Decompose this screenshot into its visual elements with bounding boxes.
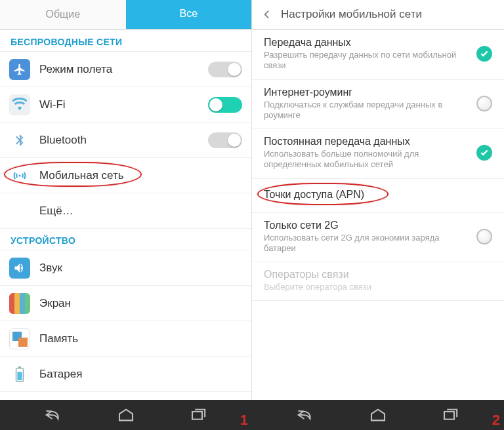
row-power[interactable]: Диспетчер питания bbox=[0, 392, 251, 400]
row-label: Батарея bbox=[39, 368, 242, 381]
tab-general[interactable]: Общие bbox=[0, 0, 126, 29]
item-label: Интернет-роуминг bbox=[264, 87, 470, 98]
nav-home[interactable] bbox=[106, 400, 146, 430]
navbars: 1 2 bbox=[0, 400, 504, 430]
toggle-wifi[interactable] bbox=[208, 97, 242, 113]
item-label: Передача данных bbox=[264, 37, 470, 49]
row-bluetooth[interactable]: Bluetooth bbox=[0, 123, 251, 158]
row-label: Мобильная сеть bbox=[39, 169, 242, 182]
row-label: Режим полета bbox=[39, 63, 208, 76]
nav-recent[interactable] bbox=[431, 400, 471, 430]
airplane-icon bbox=[9, 59, 30, 80]
nav-back[interactable] bbox=[33, 400, 73, 430]
item-label: Операторы связи bbox=[264, 269, 486, 281]
navbar-2: 2 bbox=[252, 400, 504, 430]
item-label: Только сети 2G bbox=[264, 220, 470, 231]
row-label: Экран bbox=[39, 297, 242, 310]
row-cellular[interactable]: Мобильная сеть bbox=[0, 158, 251, 193]
row-label: Память bbox=[39, 332, 242, 345]
item-desc: Разрешить передачу данных по сети мобиль… bbox=[264, 50, 470, 71]
tab-all[interactable]: Все bbox=[126, 0, 252, 29]
row-always-on[interactable]: Постоянная передача данных Использовать … bbox=[252, 129, 504, 179]
page-title: Настройки мобильной сети bbox=[281, 8, 422, 21]
storage-icon bbox=[9, 328, 30, 349]
display-icon bbox=[9, 293, 30, 314]
section-device: УСТРОЙСТВО bbox=[0, 229, 251, 250]
toggle-airplane[interactable] bbox=[208, 62, 242, 77]
item-label: Точки доступа (APN) bbox=[264, 189, 486, 201]
section-wireless: БЕСПРОВОДНЫЕ СЕТИ bbox=[0, 30, 251, 52]
nav-home[interactable] bbox=[358, 400, 398, 430]
item-desc: Использовать сети 2G для экономии заряда… bbox=[264, 233, 470, 254]
wifi-icon bbox=[9, 94, 30, 115]
item-desc: Использовать больше полномочий для опред… bbox=[264, 149, 470, 170]
row-label: Bluetooth bbox=[39, 134, 208, 147]
tabs: Общие Все bbox=[0, 0, 251, 30]
item-desc: Выберите оператора связи bbox=[264, 282, 486, 292]
checkbox-data[interactable] bbox=[476, 46, 492, 62]
svg-rect-2 bbox=[18, 366, 21, 368]
svg-rect-3 bbox=[17, 372, 22, 380]
row-roaming[interactable]: Интернет-роуминг Подключаться к службам … bbox=[252, 80, 504, 130]
cellular-icon bbox=[9, 165, 30, 186]
row-apn[interactable]: Точки доступа (APN) bbox=[252, 179, 504, 213]
row-wifi[interactable]: Wi-Fi bbox=[0, 87, 251, 123]
navbar-1: 1 bbox=[0, 400, 252, 430]
item-desc: Подключаться к службам передачи данных в… bbox=[264, 100, 470, 121]
svg-rect-7 bbox=[444, 412, 454, 420]
row-label: Звук bbox=[39, 262, 242, 275]
settings-screen: Общие Все БЕСПРОВОДНЫЕ СЕТИ Режим полета… bbox=[0, 0, 252, 400]
row-label: Ещё… bbox=[39, 205, 242, 218]
nav-recent[interactable] bbox=[179, 400, 219, 430]
toggle-bluetooth[interactable] bbox=[208, 132, 242, 148]
svg-rect-6 bbox=[192, 412, 202, 420]
svg-point-0 bbox=[18, 174, 20, 176]
row-airplane[interactable]: Режим полета bbox=[0, 52, 251, 87]
row-storage[interactable]: Память bbox=[0, 321, 251, 357]
checkbox-only-2g[interactable] bbox=[476, 229, 492, 244]
checkbox-roaming[interactable] bbox=[476, 96, 492, 111]
row-sound[interactable]: Звук bbox=[0, 250, 251, 286]
row-label: Wi-Fi bbox=[39, 98, 208, 111]
step-number-2: 2 bbox=[492, 412, 500, 429]
checkbox-always-on[interactable] bbox=[476, 145, 492, 161]
row-operators: Операторы связи Выберите оператора связи bbox=[252, 262, 504, 301]
bluetooth-icon bbox=[9, 130, 30, 151]
row-only-2g[interactable]: Только сети 2G Использовать сети 2G для … bbox=[252, 213, 504, 263]
row-data-enabled[interactable]: Передача данных Разрешить передачу данны… bbox=[252, 30, 504, 80]
row-display[interactable]: Экран bbox=[0, 286, 251, 321]
mobile-network-screen: Настройки мобильной сети Передача данных… bbox=[252, 0, 504, 400]
row-more[interactable]: Ещё… bbox=[0, 193, 251, 229]
titlebar: Настройки мобильной сети bbox=[252, 0, 504, 30]
back-button[interactable] bbox=[256, 3, 278, 26]
nav-back[interactable] bbox=[285, 400, 325, 430]
step-number-1: 1 bbox=[240, 412, 248, 429]
row-battery[interactable]: Батарея bbox=[0, 357, 251, 392]
battery-icon bbox=[9, 364, 30, 385]
sound-icon bbox=[9, 258, 30, 279]
item-label: Постоянная передача данных bbox=[264, 136, 470, 147]
